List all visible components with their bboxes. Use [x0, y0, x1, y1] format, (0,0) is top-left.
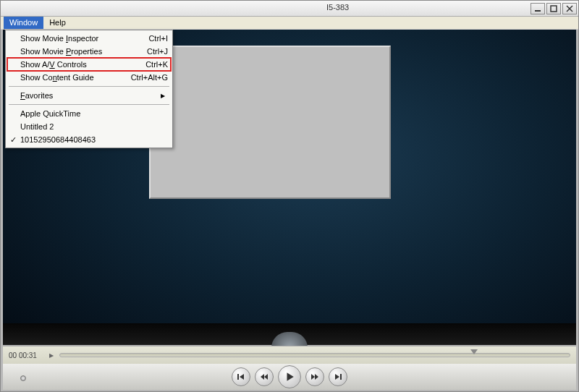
menu-label: Untitled 2	[20, 122, 168, 131]
menu-shortcut: Ctrl+K	[145, 60, 168, 69]
timeline-track[interactable]	[59, 353, 570, 357]
rewind-button[interactable]	[255, 367, 274, 386]
app-window: I5-383 Window Help Show Movie Inspector …	[0, 0, 579, 392]
menu-untitled-2[interactable]: Untitled 2	[7, 120, 171, 133]
checkmark-icon: ✓	[10, 135, 17, 145]
playback-controls: 00 00:31 ▶	[3, 346, 576, 389]
maximize-icon	[550, 5, 557, 12]
forward-button[interactable]	[305, 367, 324, 386]
skip-start-icon	[237, 372, 245, 381]
maximize-button[interactable]	[546, 3, 561, 14]
menu-shortcut: Ctrl+J	[147, 47, 168, 56]
play-button[interactable]	[278, 365, 301, 388]
forward-icon	[310, 372, 319, 381]
menu-show-av-controls[interactable]: Show A/V Controls Ctrl+K	[7, 58, 171, 71]
menu-label: Show Content Guide	[20, 73, 131, 82]
minimize-icon	[534, 5, 541, 12]
menu-shortcut: Ctrl+I	[148, 34, 168, 43]
menu-favorites[interactable]: Favorites ▶	[7, 89, 171, 102]
timeline-row: 00 00:31 ▶	[3, 346, 576, 364]
play-icon	[284, 372, 295, 382]
titlebar: I5-383	[1, 1, 578, 17]
menu-label: Show Movie Inspector	[20, 34, 148, 43]
svg-rect-3	[340, 374, 342, 380]
menu-show-content-guide[interactable]: Show Content Guide Ctrl+Alt+G	[7, 71, 171, 84]
transport-buttons	[3, 364, 576, 390]
menu-label: Apple QuickTime	[20, 109, 168, 118]
menu-label: Favorites	[20, 91, 168, 100]
menu-window[interactable]: Window	[4, 17, 43, 29]
menu-label: Show Movie Properties	[20, 47, 147, 56]
time-display: 00 00:31	[9, 351, 43, 359]
menu-label: Show A/V Controls	[20, 60, 145, 69]
playhead[interactable]	[60, 351, 67, 361]
skip-start-button[interactable]	[232, 367, 250, 386]
menu-numeric-window[interactable]: ✓ 10152950684408463	[7, 133, 171, 146]
menu-apple-quicktime[interactable]: Apple QuickTime	[7, 107, 171, 120]
svg-rect-2	[237, 374, 239, 380]
timeline-marker-icon	[470, 349, 478, 354]
minimize-button[interactable]	[531, 3, 545, 14]
window-buttons	[531, 3, 577, 14]
menu-label: 10152950684408463	[20, 135, 168, 144]
window-menu-dropdown: Show Movie Inspector Ctrl+I Show Movie P…	[5, 30, 173, 148]
menubar: Window Help	[1, 17, 578, 30]
submenu-arrow-icon: ▶	[161, 93, 165, 99]
close-button[interactable]	[562, 3, 577, 14]
rewind-icon	[260, 372, 269, 381]
volume-knob[interactable]	[20, 375, 26, 381]
timeline-arrow-icon: ▶	[49, 352, 54, 359]
window-title: I5-383	[326, 3, 349, 12]
close-icon	[566, 5, 573, 12]
skip-end-button[interactable]	[329, 367, 347, 386]
svg-rect-0	[535, 10, 541, 12]
menu-separator	[9, 86, 169, 87]
menu-separator	[9, 104, 169, 105]
secondary-panel	[149, 46, 391, 199]
menu-show-movie-inspector[interactable]: Show Movie Inspector Ctrl+I	[7, 32, 171, 45]
skip-end-icon	[334, 372, 342, 381]
svg-rect-1	[551, 6, 557, 12]
menu-help[interactable]: Help	[43, 17, 72, 29]
menu-shortcut: Ctrl+Alt+G	[131, 73, 168, 82]
menu-show-movie-properties[interactable]: Show Movie Properties Ctrl+J	[7, 45, 171, 58]
